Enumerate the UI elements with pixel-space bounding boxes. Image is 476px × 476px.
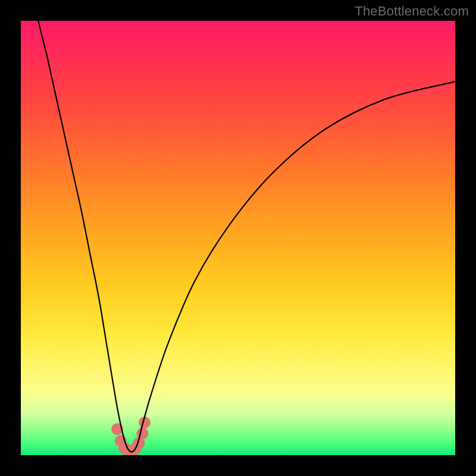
chart-frame: TheBottleneck.com (0, 0, 476, 476)
chart-plot-area (21, 21, 455, 455)
trough-marker (136, 428, 148, 440)
chart-svg (21, 21, 455, 455)
trough-markers (111, 416, 151, 455)
bottleneck-curve (38, 21, 455, 452)
watermark-text: TheBottleneck.com (355, 4, 469, 19)
